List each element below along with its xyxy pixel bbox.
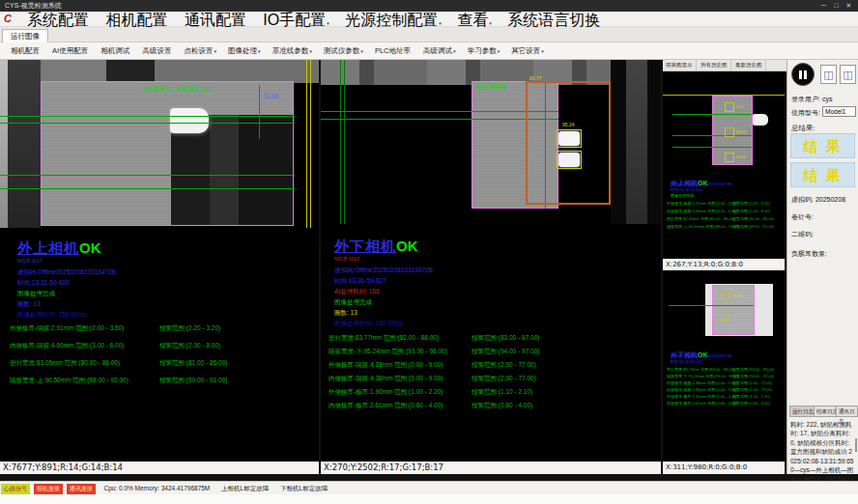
process-done-text: 图像处理完成 [671, 193, 694, 198]
toolbar-item[interactable]: AI使用配置 [47, 42, 94, 60]
toolbar-item-label: 高级调试 [423, 46, 452, 55]
detection-box-yellow [725, 102, 734, 112]
menu-item-label: 系统语言切换 [507, 12, 600, 28]
menu-item-label: 系统配置 [27, 12, 89, 28]
main-area: N标阈值:93, 动态阈值:100 73.68 外上相机OK NG率:0/17 … [0, 60, 858, 481]
barcode-text: 虚拟码:Offline2025020813313472B [334, 266, 433, 275]
history-tab[interactable]: 所有历史图 [698, 60, 731, 70]
measurement-row: 隔膜宽度-上:90.50mm 范围:(88.00 - 92.00) 报警范围:(… [663, 224, 785, 232]
alarm-range-label: 报警范围:(1.10 - 2.10) [732, 394, 770, 399]
toolbar-item[interactable]: 高级调试▾ [418, 42, 461, 60]
toolbar-item[interactable]: 基准线参数▾ [268, 42, 317, 60]
camera-view-button-1[interactable]: ◫ [820, 65, 837, 84]
measure-label: 隔膜宽度-上:90.50mm 范围:(88.00 - 92.00) [10, 377, 129, 385]
ai-image-label: AI处理图像 [475, 83, 506, 92]
history-thumbnail-1[interactable]: 2.91 83.05 90.50 外上相机OK 虚拟码:Offline20250… [663, 71, 785, 259]
window-title: CYS-视觉检测系统 [5, 2, 62, 9]
detection-box-yellow [725, 153, 734, 162]
toolbar-item-label: 学习参数 [468, 46, 497, 55]
thumb1-pixel-status: X:267;Y:13;R:0;G:0;B:0 [663, 259, 785, 270]
footer-area [0, 494, 858, 504]
measure-marker-label: 83.77 [529, 75, 542, 81]
tab-highlight-blob [558, 131, 580, 146]
toolbar-item-label: PLC地址率 [375, 46, 411, 55]
toolbar-item[interactable]: 图像处理▾ [223, 42, 266, 60]
time-text: 时间:13-31-59-600 [671, 187, 702, 192]
alarm-range-label: 报警范围:(0.60 - 4.00) [732, 401, 770, 406]
camera-view-button-2[interactable]: ◫ [840, 65, 856, 84]
alarm-range-label: 报警范围:(2.00 - 8.00) [159, 342, 220, 350]
measure-marker-label: 95.24 [562, 122, 575, 127]
toolbar-item[interactable]: PLC地址率 [370, 42, 416, 60]
cell-body [42, 82, 171, 225]
measure-label: 外侧极耳-极耳:1.90mm 范围:(1.00 - 2.20) [667, 394, 737, 399]
history-tab[interactable]: 瑕疵图显示 [663, 60, 697, 70]
measurement-row: 外侧极耳-隔膜:4.38mm 范围:(0.00 - 9.00) 报警范围:(2.… [321, 361, 661, 375]
toolbar-item-label: 测试仪参数 [324, 46, 360, 55]
login-user-row: 登录用户: cys [791, 95, 832, 104]
measure-label: 隔膜宽度-下:95.24mm 范围:(93.00 - 98.00) [667, 374, 740, 378]
camera-name: 外上相机 [17, 239, 79, 256]
toolbar-item[interactable]: 高级设置 [137, 42, 177, 60]
log-tab-run[interactable]: 运行日志 [789, 406, 816, 417]
toolbar-item[interactable]: 相机调试 [96, 42, 135, 60]
left-camera-view[interactable]: N标阈值:93, 动态阈值:100 73.68 [0, 60, 319, 228]
chevron-down-icon: ▾ [214, 48, 216, 54]
maximize-icon[interactable]: □ [830, 0, 843, 12]
measure-marker-label: 95.24 [732, 294, 742, 298]
barcode-text: 虚拟码:Offline2025020813313472B [671, 353, 731, 358]
alarm-range-label: 报警范围:(2.20 - 3.20) [732, 201, 770, 206]
comm-link-badge: 通讯连接 [67, 484, 96, 494]
proc-time-text: 图像处理时间: 256.00ms [17, 311, 86, 320]
config-toolbar: 相机配置 AI使用配置 相机调试 高级设置 点检设置▾ 图像处理▾ 基准线参数▾… [0, 42, 858, 60]
history-thumbnail-2[interactable]: 95.24 外下相机OK 虚拟码:Offline2025020813313472… [663, 270, 785, 462]
minimize-icon[interactable]: ─ [817, 0, 830, 12]
pause-button[interactable] [791, 63, 815, 86]
toolbar-item[interactable]: 相机配置 [6, 42, 45, 60]
alarm-range-label: 报警范围:(2.00 - 77.00) [732, 380, 772, 385]
mini-measurement-rows: 密封宽度:83.77mm 范围:(82.00 - 88.00) 报警范围:(83… [663, 367, 785, 407]
toolbar-item[interactable]: 学习参数▾ [463, 42, 505, 60]
virtual-code-row: 虚拟码: 20250208 [791, 195, 845, 205]
alarm-range-label: 报警范围:(2.20 - 3.20) [159, 324, 220, 333]
result-box-1: 结 果 [790, 133, 855, 158]
measurement-row: 内侧极耳-隔膜:4.38mm 范围:(0.00 - 9.00) 报警范围:(2.… [321, 375, 661, 388]
detection-box-yellow [721, 313, 729, 322]
right-sidebar: ◫ ◫ 登录用户: cys 使用型号: 总结果: 结 果 结 果 虚拟码: 20… [786, 60, 858, 474]
measure-marker-label: 2.91 [736, 104, 744, 109]
turns-text: 圈数: 13 [17, 300, 41, 309]
close-icon[interactable]: ✕ [843, 0, 855, 12]
thumb2-pixel-status: X:311;Y:980;R:0;G:0;B:0 [663, 462, 785, 474]
measurement-row: 内侧极耳-极耳:2.61mm 范围:(0.60 - 4.00) 报警范围:(0.… [321, 402, 661, 415]
virtual-code-label: 虚拟码: [791, 196, 814, 203]
measure-label: 内侧极耳-隔膜:4.60mm 范围:(3.00 - 6.00) [667, 209, 737, 213]
tab-strip [0, 27, 858, 42]
history-tab[interactable]: 最新历史图 [732, 60, 766, 70]
cpu-memory-text: Cpu: 0.0% Memory: 3424.41796875M [103, 485, 210, 491]
middle-camera-view[interactable]: AI处理图像 83.77 95.24 [321, 60, 661, 224]
model-input[interactable] [822, 106, 856, 117]
gripper-blob [753, 114, 768, 126]
chevron-down-icon: ▾ [489, 20, 492, 26]
toolbar-item[interactable]: 其它设置▾ [506, 42, 549, 60]
pause-icon [799, 70, 802, 79]
toolbar-item[interactable]: 测试仪参数▾ [319, 42, 368, 60]
machine-edge-column [0, 60, 8, 228]
tab-run-image[interactable]: 运行图像 [2, 29, 48, 42]
measure-label: 内侧极耳-隔膜:4.60mm 范围:(3.00 - 6.00) [10, 342, 124, 350]
toolbar-item[interactable]: 点检设置▾ [179, 42, 221, 60]
measure-line-blue [259, 85, 260, 139]
pin-number-label: 卷针号: [791, 212, 814, 222]
result-ok-badge: OK [396, 238, 418, 254]
detection-box-yellow [725, 127, 734, 137]
measure-label: 内侧极耳-极耳:2.61mm 范围:(0.60 - 4.00) [329, 402, 443, 410]
machine-background-band [0, 60, 319, 83]
measurement-row: 密封宽度:83.77mm 范围:(82.00 - 88.00) 报警范围:(83… [321, 334, 661, 348]
gripper-blob [170, 108, 209, 133]
alarm-range-label: 报警范围:(83.00 - 87.00) [472, 334, 539, 343]
measurement-row: 密封宽度:83.05mm 范围:(80.00 - 86.00) 报警范围:(81… [0, 359, 319, 377]
log-tab-comm[interactable]: 通讯日志 [836, 406, 858, 417]
alarm-range-label: 报警范围:(81.00 - 85.00) [732, 216, 774, 221]
barcode-text: 虚拟码:Offline2025020813313472B [671, 182, 731, 186]
log-scrollbar[interactable] [855, 438, 857, 452]
